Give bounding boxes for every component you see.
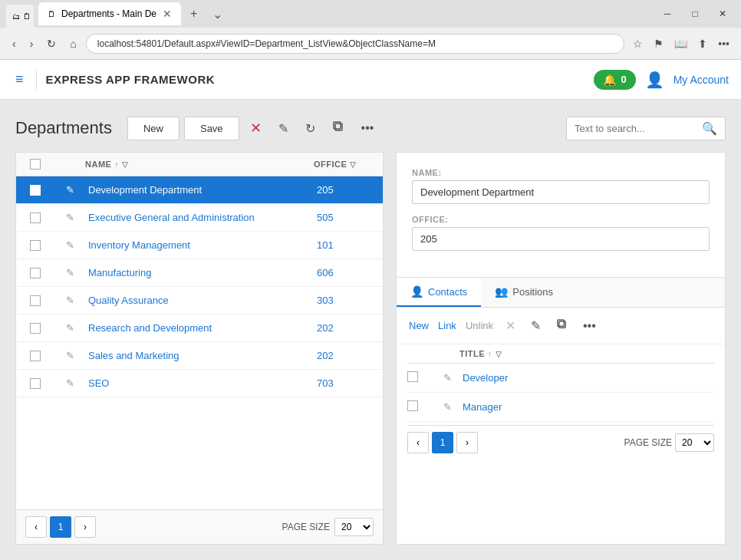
page-size-select[interactable]: 20 50 100 [334,518,374,536]
row-edit-icon[interactable]: ✎ [66,212,74,223]
row-edit-icon[interactable]: ✎ [66,267,74,278]
name-field-input[interactable] [412,180,710,204]
name-filter-icon[interactable]: ▽ [122,160,129,169]
search-input[interactable] [575,123,697,134]
tab-close-icon[interactable]: ✕ [163,8,172,20]
positions-tab-icon: 👥 [495,285,508,298]
sub-new-button[interactable]: New [407,317,430,334]
row-checkbox[interactable] [30,185,41,196]
list-item[interactable]: ✎ Manufacturing 606 [16,259,383,287]
list-item[interactable]: ✎ Executive General and Administration 5… [16,204,383,232]
tab-menu-button[interactable]: ⌄ [206,4,229,25]
address-bar: ‹ › ↻ ⌂ ☆ ⚑ 📖 ⬆ ••• [0,28,741,60]
sub-page-1-button[interactable]: 1 [432,432,453,453]
row-name: Manufacturing [85,259,314,286]
row-edit-icon[interactable]: ✎ [66,377,74,389]
list-item[interactable]: ✎ Quality Assurance 303 [16,287,383,315]
office-filter-icon[interactable]: ▽ [350,160,357,169]
sub-filter-icon[interactable]: ▽ [496,350,502,358]
row-checkbox[interactable] [30,323,41,334]
edit-button[interactable]: ✎ [272,117,295,140]
reader-icon[interactable]: 📖 [670,35,691,53]
search-icon[interactable]: 🔍 [702,121,717,136]
save-button[interactable]: Save [184,117,239,140]
sub-sort-icon[interactable]: ↑ [488,350,492,358]
name-column-header: NAME ↑ ▽ [85,160,314,169]
name-sort-icon[interactable]: ↑ [114,160,119,169]
maximize-button[interactable]: □ [683,3,707,25]
sub-page-size-select[interactable]: 20 50 100 [675,433,714,452]
list-item[interactable]: ✎ Sales and Marketing 202 [16,342,383,370]
row-checkbox[interactable] [30,268,41,278]
contacts-tab-icon: 👤 [410,285,423,298]
office-field-input[interactable] [412,227,710,251]
hamburger-button[interactable]: ≡ [12,68,27,91]
next-page-button[interactable]: › [74,516,96,538]
row-edit-icon[interactable]: ✎ [66,184,74,196]
sub-title-col-header: TITLE ↑ ▽ [459,349,714,358]
positions-tab-label: Positions [512,286,553,298]
row-checkbox[interactable] [30,295,41,306]
my-account-link[interactable]: My Account [673,74,729,86]
sub-row-edit-icon[interactable]: ✎ [443,401,452,413]
row-checkbox[interactable] [30,212,41,223]
list-item[interactable]: ✎ SEO 703 [16,370,383,397]
row-edit-icon[interactable]: ✎ [66,239,74,251]
app-title: EXPRESS APP FRAMEWORK [46,73,594,86]
close-button[interactable]: ✕ [710,3,735,25]
tab-contacts[interactable]: 👤 Contacts [397,278,481,307]
share-icon[interactable]: ⬆ [694,35,711,53]
sub-prev-page-button[interactable]: ‹ [407,432,429,453]
page-1-button[interactable]: 1 [50,516,71,538]
list-item[interactable]: ✎ Research and Development 202 [16,315,383,342]
sub-unlink-button[interactable]: Unlink [464,317,495,334]
browser-tab[interactable]: 🗒 Departments - Main De ✕ [38,2,181,25]
select-all-checkbox[interactable] [30,159,41,170]
user-icon[interactable]: 👤 [645,71,664,89]
sub-edit-button[interactable]: ✎ [526,315,545,336]
address-input[interactable] [86,34,624,54]
sub-more-button[interactable]: ••• [578,316,601,336]
forward-button[interactable]: › [25,35,38,53]
row-edit-col: ✎ [54,322,85,334]
sub-link-button[interactable]: Link [436,317,458,334]
row-edit-col: ✎ [54,350,85,361]
sub-copy-button[interactable] [552,315,572,336]
sub-list-item[interactable]: ✎ Manager [407,393,714,422]
prev-page-button[interactable]: ‹ [25,516,47,538]
row-edit-col: ✎ [54,267,85,278]
contacts-tab-label: Contacts [428,286,467,298]
sub-row-edit-icon[interactable]: ✎ [443,372,452,384]
search-box[interactable]: 🔍 [566,117,726,140]
row-edit-icon[interactable]: ✎ [66,295,74,306]
delete-button[interactable]: ✕ [244,115,268,141]
new-button[interactable]: New [127,117,179,140]
sub-row-checkbox[interactable] [407,400,418,411]
back-button[interactable]: ‹ [8,35,21,53]
row-checkbox[interactable] [30,378,41,389]
row-checkbox-col [16,288,54,314]
list-item[interactable]: ✎ Development Department 205 [16,176,383,204]
row-edit-icon[interactable]: ✎ [66,322,74,334]
ellipsis-icon[interactable]: ••• [714,35,733,53]
sub-delete-button[interactable]: ✕ [501,315,520,336]
sub-next-page-button[interactable]: › [456,432,478,453]
new-tab-button[interactable]: + [184,4,203,24]
home-button[interactable]: ⌂ [65,35,81,53]
list-item[interactable]: ✎ Inventory Management 101 [16,232,383,259]
sub-row-checkbox[interactable] [407,371,418,382]
copy-button[interactable] [326,116,351,140]
row-checkbox[interactable] [30,240,41,251]
row-edit-icon[interactable]: ✎ [66,350,74,361]
row-checkbox[interactable] [30,351,41,361]
bookmark-icon[interactable]: ☆ [629,35,647,53]
refresh-button[interactable]: ↻ [299,117,321,140]
notification-button[interactable]: 🔔 0 [594,70,635,90]
row-name: Quality Assurance [85,287,314,314]
minimize-button[interactable]: ─ [655,3,680,25]
sub-list-item[interactable]: ✎ Developer [407,364,714,393]
tab-positions[interactable]: 👥 Positions [481,278,567,307]
more-button[interactable]: ••• [355,117,380,140]
reload-button[interactable]: ↻ [42,35,61,53]
bookmark-manage-icon[interactable]: ⚑ [650,35,667,53]
